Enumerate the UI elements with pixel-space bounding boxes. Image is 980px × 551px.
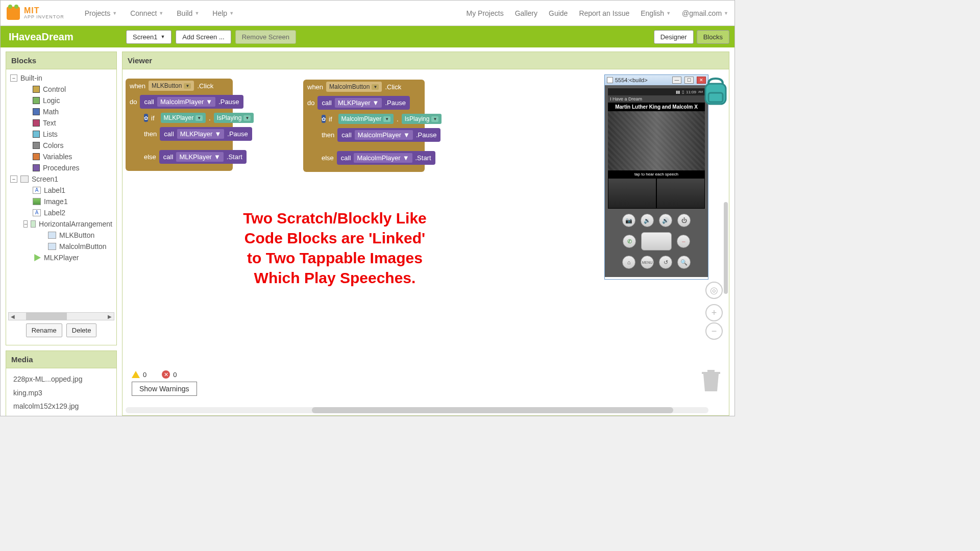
media-panel-header: Media (6, 351, 116, 368)
menu-icon[interactable]: MENU (641, 256, 654, 269)
search-icon[interactable]: 🔍 (677, 256, 691, 269)
zoom-out-icon[interactable]: − (705, 322, 723, 340)
cat-text[interactable]: Text (9, 117, 113, 129)
emulator-app-title: I Have a Dream (608, 95, 705, 103)
dropdown-icon[interactable]: ▼ (195, 115, 203, 121)
cat-variables[interactable]: Variables (9, 151, 113, 162)
dropdown-icon[interactable]: ▼ (403, 131, 410, 139)
component-tree[interactable]: − Built-in Control Logic Math Text Lists… (6, 69, 116, 319)
cat-control[interactable]: Control (9, 84, 113, 95)
dropdown-icon[interactable]: ▼ (431, 116, 438, 122)
blocks-canvas[interactable]: when MLKButton▼ .Click do callMalcolmPla… (122, 69, 729, 415)
trash-icon[interactable] (700, 368, 722, 395)
menu-language[interactable]: English▼ (641, 9, 671, 17)
cat-colors[interactable]: Colors (9, 140, 113, 151)
menu-user[interactable]: @gmail.com▼ (682, 9, 728, 17)
emulator-malcolm-image[interactable] (656, 178, 705, 209)
remove-screen-button[interactable]: Remove Screen (235, 30, 296, 44)
power-icon[interactable]: ⏻ (677, 214, 691, 227)
cat-logic[interactable]: Logic (9, 95, 113, 106)
collapse-icon[interactable]: − (23, 220, 28, 228)
collapse-icon[interactable]: − (10, 176, 17, 183)
screen-icon (20, 176, 29, 183)
comp-label2[interactable]: ALabel2 (9, 207, 113, 218)
add-screen-button[interactable]: Add Screen ... (176, 30, 231, 44)
phone-frame: ▮▮ ▯ 11:09 AM I Have a Dream Martin Luth… (605, 85, 708, 277)
designer-button[interactable]: Designer (654, 30, 694, 44)
warning-count: 0 (143, 371, 146, 379)
dropdown-icon[interactable]: ▼ (243, 115, 251, 121)
dropdown-icon[interactable]: ▼ (206, 98, 212, 106)
cat-procedures[interactable]: Procedures (9, 162, 113, 173)
warnings-bar: 0 ✕0 Show Warnings (132, 370, 197, 396)
backpack-icon[interactable] (701, 77, 729, 108)
blocks-button[interactable]: Blocks (697, 30, 729, 44)
maximize-icon[interactable]: ☐ (684, 77, 694, 84)
media-item[interactable]: king.mp3 (13, 386, 109, 400)
volume-up-icon[interactable]: 🔊 (659, 214, 672, 227)
link-report-issue[interactable]: Report an Issue (579, 9, 629, 17)
dropdown-icon[interactable]: ▼ (214, 130, 221, 138)
zoom-in-icon[interactable]: + (705, 304, 723, 321)
dropdown-icon[interactable]: ▼ (383, 116, 390, 122)
comp-harrangement[interactable]: − HorizontalArrangement (9, 218, 113, 230)
viewer-hscroll[interactable] (126, 407, 708, 413)
tree-builtin[interactable]: − Built-in (9, 72, 113, 84)
screen-selector[interactable]: Screen1▼ (126, 30, 172, 44)
comp-image1[interactable]: Image1 (9, 196, 113, 207)
menu-projects[interactable]: Projects▼ (85, 9, 117, 17)
comp-malcolmbutton[interactable]: MalcolmButton (9, 241, 113, 252)
dropdown-icon[interactable]: ▼ (403, 154, 409, 162)
chevron-down-icon: ▼ (724, 11, 728, 16)
chevron-down-icon: ▼ (160, 34, 165, 39)
camera-icon[interactable]: 📷 (622, 214, 635, 227)
collapse-icon[interactable]: − (10, 74, 17, 82)
back-icon[interactable]: ↺ (659, 256, 672, 269)
end-call-icon[interactable]: ⏤ (677, 235, 690, 248)
svg-rect-1 (708, 93, 723, 102)
project-bar: IHaveaDream Screen1▼ Add Screen ... Remo… (1, 26, 734, 47)
emulator-main-image[interactable] (608, 111, 705, 170)
target-icon[interactable]: ◎ (705, 282, 723, 299)
dropdown-icon[interactable]: ▼ (373, 99, 379, 107)
dropdown-icon[interactable]: ▼ (214, 153, 220, 161)
media-item[interactable]: malcolmx.mp3 (13, 413, 109, 416)
comp-mlkbutton[interactable]: MLKButton (9, 230, 113, 241)
comp-label1[interactable]: ALabel1 (9, 185, 113, 196)
code-block-malcolm[interactable]: when MalcolmButton▼ .Click do callMLKPla… (303, 80, 425, 172)
link-guide[interactable]: Guide (549, 9, 568, 17)
viewer-vscroll[interactable] (724, 202, 728, 294)
home-icon[interactable]: ⌂ (622, 256, 635, 269)
emulator-titlebar[interactable]: 5554:<build> — ☐ ✕ (605, 75, 708, 85)
logo: MIT APP INVENTOR (7, 7, 64, 20)
gear-icon[interactable]: ✿ (144, 114, 148, 122)
emulator-mlk-image[interactable] (608, 178, 656, 209)
dpad[interactable] (641, 232, 672, 251)
menu-connect[interactable]: Connect▼ (130, 9, 163, 17)
minimize-icon[interactable]: — (672, 77, 681, 84)
cat-math[interactable]: Math (9, 106, 113, 117)
call-icon[interactable]: ✆ (623, 235, 636, 248)
blocks-panel-header: Blocks (6, 52, 116, 69)
dropdown-icon[interactable]: ▼ (372, 84, 379, 90)
menu-build[interactable]: Build▼ (177, 9, 199, 17)
media-item[interactable]: 228px-ML...opped.jpg (13, 372, 109, 386)
link-my-projects[interactable]: My Projects (467, 9, 504, 17)
cat-lists[interactable]: Lists (9, 129, 113, 140)
tree-screen1[interactable]: − Screen1 (9, 173, 113, 185)
media-item[interactable]: malcolm152x129.jpg (13, 399, 109, 413)
emulator-tap-text: tap to hear each speech (608, 170, 705, 178)
gear-icon[interactable]: ✿ (322, 115, 326, 123)
logo-text-2: APP INVENTOR (24, 15, 64, 19)
delete-button[interactable]: Delete (66, 323, 97, 337)
show-warnings-button[interactable]: Show Warnings (132, 382, 197, 396)
comp-mlkplayer[interactable]: MLKPlayer (9, 252, 113, 263)
menu-help[interactable]: Help▼ (212, 9, 234, 17)
emulator-window[interactable]: 5554:<build> — ☐ ✕ ▮▮ ▯ 11:09 AM (604, 74, 708, 280)
rename-button[interactable]: Rename (26, 323, 62, 337)
dropdown-icon[interactable]: ▼ (184, 83, 191, 89)
link-gallery[interactable]: Gallery (515, 9, 537, 17)
volume-down-icon[interactable]: 🔉 (641, 214, 654, 227)
code-block-mlk[interactable]: when MLKButton▼ .Click do callMalcolmPla… (126, 79, 233, 171)
tree-hscroll[interactable]: ◀▶ (8, 312, 114, 320)
